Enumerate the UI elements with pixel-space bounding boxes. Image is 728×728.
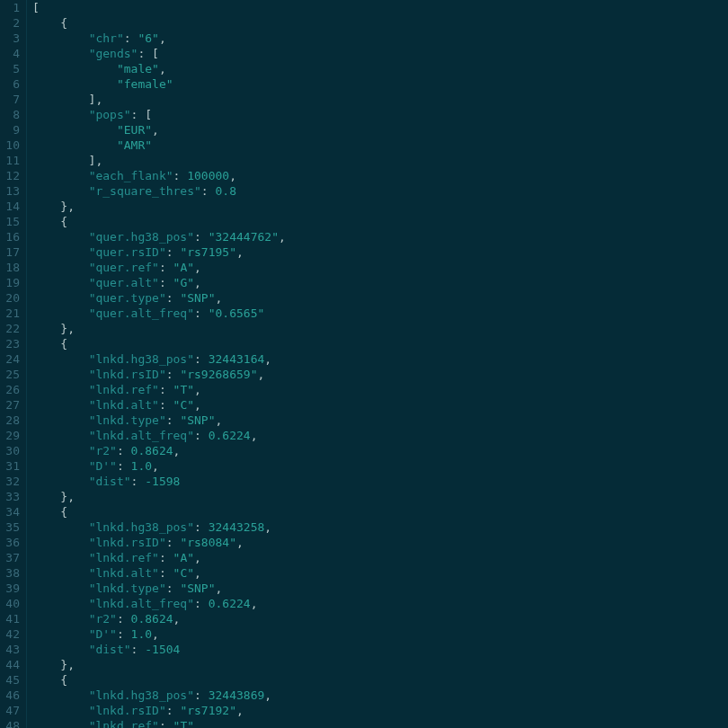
- json-string: "T": [173, 719, 194, 728]
- code-line[interactable]: "lnkd.ref": "T",: [32, 718, 728, 728]
- code-line[interactable]: "dist": -1504: [32, 642, 728, 657]
- code-line[interactable]: "lnkd.ref": "A",: [32, 550, 728, 565]
- code-line[interactable]: "lnkd.alt": "C",: [32, 565, 728, 581]
- json-string: "female": [117, 77, 173, 91]
- code-line[interactable]: "lnkd.hg38_pos": 32443258,: [32, 519, 728, 535]
- code-line[interactable]: "r2": 0.8624,: [32, 443, 728, 458]
- code-line[interactable]: "lnkd.type": "SNP",: [32, 581, 728, 596]
- code-line[interactable]: "EUR",: [32, 122, 728, 138]
- code-line[interactable]: "lnkd.ref": "T",: [32, 382, 728, 397]
- json-number: 0.8624: [131, 444, 173, 457]
- code-line[interactable]: "chr": "6",: [32, 31, 728, 46]
- json-string: "T": [173, 383, 194, 396]
- json-punct: :: [194, 429, 209, 442]
- json-punct: [32, 398, 89, 412]
- code-line[interactable]: {: [32, 672, 728, 688]
- json-string: "32444762": [209, 230, 279, 244]
- code-line[interactable]: ],: [32, 92, 728, 107]
- code-line[interactable]: "lnkd.hg38_pos": 32443869,: [32, 688, 728, 703]
- line-number: 11: [4, 153, 20, 168]
- code-line[interactable]: "lnkd.alt_freq": 0.6224,: [32, 428, 728, 443]
- json-punct: [32, 169, 89, 182]
- code-line[interactable]: "r2": 0.8624,: [32, 611, 728, 626]
- json-punct: :: [117, 444, 131, 457]
- json-key: "lnkd.alt": [89, 398, 159, 412]
- json-punct: },: [32, 490, 75, 503]
- line-number: 23: [4, 336, 20, 351]
- code-line[interactable]: "r_square_thres": 0.8: [32, 183, 728, 199]
- json-key: "D'": [89, 459, 117, 473]
- code-line[interactable]: "lnkd.type": "SNP",: [32, 413, 728, 428]
- code-line[interactable]: {: [32, 15, 728, 31]
- code-area[interactable]: [ { "chr": "6", "gends": [ "male", "fema…: [26, 0, 728, 728]
- json-punct: [32, 612, 89, 626]
- code-line[interactable]: "male",: [32, 61, 728, 76]
- json-key: "dist": [89, 643, 131, 656]
- code-line[interactable]: [: [32, 0, 728, 15]
- code-editor[interactable]: 1234567891011121314151617181920212223242…: [0, 0, 728, 728]
- code-line[interactable]: "quer.alt_freq": "0.6565": [32, 306, 728, 321]
- code-line[interactable]: },: [32, 199, 728, 214]
- code-line[interactable]: "lnkd.rsID": "rs7192",: [32, 703, 728, 718]
- json-punct: :: [166, 245, 181, 259]
- code-line[interactable]: "quer.rsID": "rs7195",: [32, 244, 728, 260]
- json-number: 0.6224: [209, 597, 251, 610]
- json-punct: [32, 459, 89, 473]
- line-number: 17: [4, 244, 20, 260]
- code-line[interactable]: "lnkd.rsID": "rs9268659",: [32, 367, 728, 382]
- code-line[interactable]: "female": [32, 76, 728, 92]
- line-number: 34: [4, 504, 20, 519]
- line-number: 21: [4, 306, 20, 321]
- line-number: 27: [4, 397, 20, 413]
- json-punct: {: [32, 337, 67, 351]
- json-punct: [32, 520, 89, 534]
- json-key: "quer.alt": [89, 276, 159, 289]
- json-punct: [32, 475, 89, 488]
- line-number: 46: [4, 688, 20, 703]
- line-number: 33: [4, 489, 20, 504]
- json-string: "EUR": [117, 123, 152, 137]
- code-line[interactable]: },: [32, 321, 728, 336]
- code-line[interactable]: "quer.type": "SNP",: [32, 290, 728, 306]
- code-line[interactable]: {: [32, 336, 728, 351]
- code-line[interactable]: {: [32, 214, 728, 229]
- code-line[interactable]: "quer.hg38_pos": "32444762",: [32, 229, 728, 244]
- json-punct: :: [194, 688, 209, 702]
- line-number: 31: [4, 458, 20, 474]
- code-line[interactable]: "D'": 1.0,: [32, 626, 728, 642]
- code-line[interactable]: "pops": [: [32, 107, 728, 122]
- code-line[interactable]: "AMR": [32, 138, 728, 153]
- code-line[interactable]: "lnkd.alt_freq": 0.6224,: [32, 596, 728, 611]
- code-line[interactable]: "lnkd.rsID": "rs8084",: [32, 535, 728, 550]
- json-string: "SNP": [180, 291, 215, 305]
- json-key: "pops": [89, 108, 131, 121]
- code-line[interactable]: "lnkd.hg38_pos": 32443164,: [32, 351, 728, 367]
- code-line[interactable]: "dist": -1598: [32, 474, 728, 489]
- line-number: 41: [4, 611, 20, 626]
- code-line[interactable]: },: [32, 657, 728, 672]
- json-punct: :: [173, 169, 188, 182]
- line-number: 40: [4, 596, 20, 611]
- json-punct: ,: [236, 536, 244, 549]
- json-punct: :: [159, 276, 173, 289]
- line-number: 20: [4, 290, 20, 306]
- json-punct: :: [131, 475, 146, 488]
- code-line[interactable]: "quer.alt": "G",: [32, 275, 728, 290]
- json-punct: ,: [194, 276, 201, 289]
- json-punct: [32, 352, 89, 366]
- json-key: "lnkd.rsID": [89, 704, 166, 717]
- line-number: 1: [4, 0, 20, 15]
- code-line[interactable]: "each_flank": 100000,: [32, 168, 728, 183]
- code-line[interactable]: ],: [32, 153, 728, 168]
- json-punct: :: [124, 31, 138, 45]
- code-line[interactable]: "D'": 1.0,: [32, 458, 728, 474]
- code-line[interactable]: {: [32, 504, 728, 519]
- code-line[interactable]: },: [32, 489, 728, 504]
- code-line[interactable]: "quer.ref": "A",: [32, 260, 728, 275]
- line-number: 12: [4, 168, 20, 183]
- json-punct: [32, 368, 89, 381]
- code-line[interactable]: "lnkd.alt": "C",: [32, 397, 728, 413]
- line-number: 16: [4, 229, 20, 244]
- line-number: 9: [4, 122, 20, 138]
- code-line[interactable]: "gends": [: [32, 46, 728, 61]
